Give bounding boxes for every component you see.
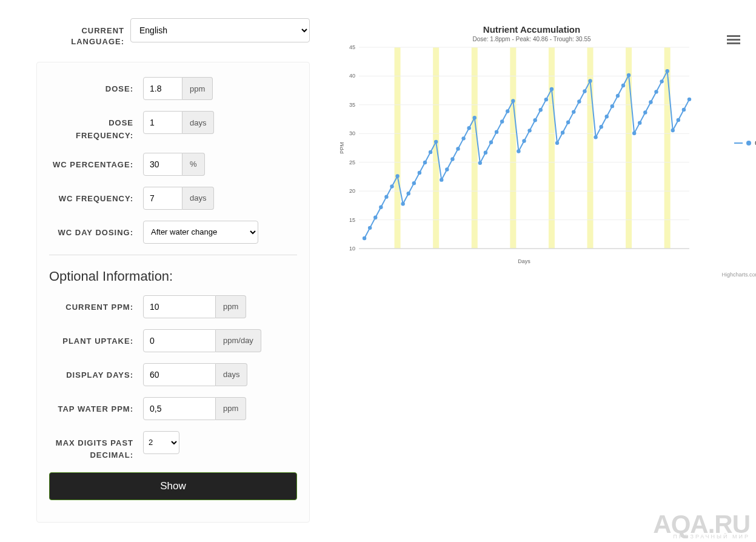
svg-point-49 bbox=[484, 151, 487, 155]
svg-text:20: 20 bbox=[349, 188, 355, 194]
svg-point-37 bbox=[418, 171, 421, 175]
svg-point-43 bbox=[450, 157, 454, 161]
svg-point-83 bbox=[671, 129, 675, 132]
svg-text:Days: Days bbox=[518, 258, 530, 264]
svg-text:10: 10 bbox=[349, 246, 355, 252]
svg-point-59 bbox=[539, 108, 543, 112]
svg-point-48 bbox=[478, 161, 482, 165]
display-days-input[interactable] bbox=[143, 363, 216, 386]
dose-label: DOSE: bbox=[49, 77, 143, 95]
svg-point-64 bbox=[566, 120, 570, 124]
wc-pct-label: WC PERCENTAGE: bbox=[49, 153, 143, 171]
tap-water-unit: ppm bbox=[216, 397, 246, 420]
svg-point-45 bbox=[461, 136, 465, 140]
max-digits-label: MAX DIGITS PAST DECIMAL: bbox=[49, 431, 143, 461]
plant-uptake-unit: ppm/day bbox=[216, 329, 261, 352]
show-button[interactable]: Show bbox=[49, 472, 297, 500]
divider bbox=[49, 255, 297, 255]
wc-freq-input[interactable] bbox=[143, 187, 182, 210]
svg-point-86 bbox=[687, 98, 691, 101]
dose-input[interactable] bbox=[143, 77, 182, 100]
language-label: CURRENT LANGUAGE: bbox=[36, 18, 130, 47]
svg-point-38 bbox=[423, 161, 427, 164]
display-days-label: DISPLAY DAYS: bbox=[49, 363, 143, 381]
svg-point-78 bbox=[643, 110, 647, 114]
svg-point-57 bbox=[527, 129, 531, 132]
svg-point-56 bbox=[522, 139, 526, 142]
dose-unit: ppm bbox=[182, 77, 213, 100]
svg-point-70 bbox=[599, 125, 603, 129]
svg-rect-1 bbox=[433, 47, 439, 249]
svg-point-77 bbox=[638, 121, 641, 124]
svg-text:30: 30 bbox=[349, 130, 355, 136]
svg-point-36 bbox=[412, 181, 416, 185]
svg-point-55 bbox=[517, 149, 520, 153]
svg-point-80 bbox=[654, 90, 658, 93]
svg-point-33 bbox=[395, 174, 399, 178]
svg-text:45: 45 bbox=[349, 44, 355, 50]
tap-water-label: TAP WATER PPM: bbox=[49, 397, 143, 415]
svg-point-28 bbox=[368, 226, 372, 230]
svg-point-44 bbox=[456, 147, 460, 150]
wc-day-dosing-label: WC DAY DOSING: bbox=[49, 221, 143, 239]
form-card: DOSE: ppm DOSE FREQUENCY: days WC PERCEN… bbox=[36, 62, 310, 523]
plant-uptake-input[interactable] bbox=[143, 329, 216, 352]
svg-text:25: 25 bbox=[349, 159, 355, 166]
chart-container: Nutrient Accumulation Dose: 1.8ppm - Pea… bbox=[338, 24, 726, 267]
svg-point-47 bbox=[473, 116, 477, 119]
svg-rect-5 bbox=[587, 47, 594, 249]
svg-point-29 bbox=[373, 216, 377, 219]
svg-point-85 bbox=[682, 108, 686, 112]
chart-title: Nutrient Accumulation bbox=[338, 24, 726, 35]
dose-freq-input[interactable] bbox=[143, 111, 182, 134]
wc-pct-input[interactable] bbox=[143, 153, 182, 176]
svg-text:15: 15 bbox=[349, 217, 355, 223]
svg-point-74 bbox=[621, 84, 625, 87]
svg-point-40 bbox=[434, 140, 438, 144]
optional-title: Optional Information: bbox=[49, 269, 297, 284]
current-ppm-input[interactable] bbox=[143, 295, 216, 318]
chart-legend[interactable]: C bbox=[734, 139, 756, 147]
svg-point-54 bbox=[511, 99, 515, 102]
svg-point-82 bbox=[665, 69, 669, 73]
language-select[interactable]: English bbox=[130, 18, 310, 42]
chart-menu-icon[interactable] bbox=[727, 35, 740, 45]
svg-point-76 bbox=[632, 132, 636, 135]
dose-freq-unit: days bbox=[182, 111, 214, 134]
svg-point-50 bbox=[489, 141, 493, 144]
svg-point-75 bbox=[627, 73, 631, 77]
svg-point-71 bbox=[605, 115, 609, 118]
svg-point-60 bbox=[544, 98, 548, 101]
svg-point-52 bbox=[500, 119, 504, 123]
display-days-unit: days bbox=[216, 363, 247, 386]
chart-credit: Highcharts.com bbox=[721, 272, 756, 278]
current-ppm-label: CURRENT PPM: bbox=[49, 295, 143, 313]
svg-point-58 bbox=[533, 118, 537, 122]
svg-point-62 bbox=[555, 141, 559, 145]
svg-point-68 bbox=[588, 79, 592, 82]
svg-point-66 bbox=[577, 99, 581, 103]
svg-text:PPM: PPM bbox=[339, 142, 345, 154]
svg-point-67 bbox=[583, 89, 586, 93]
svg-point-35 bbox=[407, 192, 410, 195]
svg-point-42 bbox=[445, 167, 449, 171]
chart-subtitle: Dose: 1.8ppm - Peak: 40.86 - Trough: 30.… bbox=[338, 36, 726, 42]
svg-point-61 bbox=[550, 87, 554, 91]
svg-rect-0 bbox=[395, 47, 401, 249]
max-digits-select[interactable]: 2 bbox=[143, 431, 179, 454]
svg-point-84 bbox=[677, 118, 680, 122]
svg-point-51 bbox=[495, 130, 498, 133]
svg-point-53 bbox=[506, 109, 509, 113]
svg-point-30 bbox=[379, 206, 383, 209]
dose-freq-label: DOSE FREQUENCY: bbox=[49, 111, 143, 141]
tap-water-input[interactable] bbox=[143, 397, 216, 420]
language-row: CURRENT LANGUAGE: English bbox=[36, 18, 310, 47]
wc-freq-unit: days bbox=[182, 187, 214, 210]
wc-pct-unit: % bbox=[182, 153, 205, 176]
svg-point-79 bbox=[649, 100, 652, 104]
svg-point-41 bbox=[440, 178, 443, 181]
svg-rect-4 bbox=[549, 47, 555, 249]
wc-day-dosing-select[interactable]: After water change bbox=[143, 221, 258, 244]
svg-point-65 bbox=[572, 110, 575, 113]
svg-point-81 bbox=[660, 79, 663, 83]
